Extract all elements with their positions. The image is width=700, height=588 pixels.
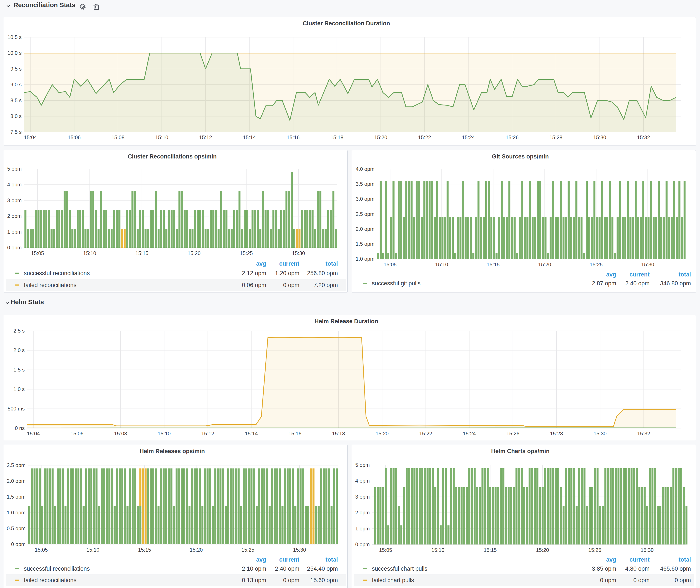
svg-text:2 opm: 2 opm [7, 213, 22, 219]
svg-text:15:30: 15:30 [293, 547, 306, 553]
svg-text:4 opm: 4 opm [7, 182, 22, 187]
svg-text:1.5 opm: 1.5 opm [7, 494, 26, 500]
svg-text:1.5 opm: 1.5 opm [356, 241, 374, 247]
svg-text:15:10: 15:10 [158, 431, 171, 436]
svg-text:15:04: 15:04 [27, 431, 40, 436]
svg-text:15:20: 15:20 [536, 547, 549, 553]
svg-text:15:20: 15:20 [190, 547, 203, 553]
svg-text:15:12: 15:12 [201, 431, 214, 436]
svg-text:0.5 opm: 0.5 opm [7, 525, 26, 531]
svg-text:2 opm: 2 opm [355, 510, 370, 515]
svg-text:15:30: 15:30 [593, 134, 606, 140]
svg-text:15:10: 15:10 [86, 547, 99, 553]
svg-text:1.0 s: 1.0 s [13, 386, 25, 392]
svg-text:2.0 opm: 2.0 opm [356, 226, 374, 232]
svg-text:0 ns: 0 ns [15, 425, 25, 431]
svg-text:15:32: 15:32 [637, 431, 650, 436]
svg-text:15:08: 15:08 [111, 134, 124, 140]
svg-text:15:12: 15:12 [199, 134, 212, 140]
svg-text:15:08: 15:08 [114, 431, 127, 436]
svg-text:15:05: 15:05 [384, 262, 397, 267]
svg-text:4 opm: 4 opm [355, 478, 370, 484]
svg-text:15:15: 15:15 [138, 547, 151, 553]
svg-text:9.0 s: 9.0 s [10, 82, 22, 87]
svg-text:15:04: 15:04 [24, 134, 37, 140]
svg-text:15:20: 15:20 [188, 250, 201, 256]
svg-text:15:30: 15:30 [594, 431, 606, 436]
svg-text:7.5 s: 7.5 s [10, 129, 22, 135]
svg-text:15:18: 15:18 [331, 134, 344, 140]
svg-text:8.5 s: 8.5 s [10, 97, 22, 103]
svg-text:15:05: 15:05 [35, 547, 48, 553]
svg-text:15:32: 15:32 [637, 134, 650, 140]
svg-text:15:15: 15:15 [135, 250, 148, 256]
svg-text:500 ms: 500 ms [8, 406, 25, 412]
svg-text:15:25: 15:25 [240, 250, 253, 256]
svg-text:15:06: 15:06 [71, 431, 84, 436]
svg-text:15:22: 15:22 [418, 134, 431, 140]
svg-text:1.0 opm: 1.0 opm [356, 256, 374, 262]
svg-text:15:30: 15:30 [292, 250, 305, 256]
svg-text:15:26: 15:26 [506, 431, 519, 436]
svg-text:15:25: 15:25 [590, 262, 603, 267]
svg-text:3.0 opm: 3.0 opm [356, 196, 374, 202]
svg-text:1.0 opm: 1.0 opm [7, 510, 26, 515]
svg-text:9.5 s: 9.5 s [10, 66, 22, 72]
svg-text:15:10: 15:10 [431, 547, 444, 553]
svg-text:15:16: 15:16 [287, 134, 300, 140]
svg-text:2.5 s: 2.5 s [13, 328, 25, 334]
svg-text:15:10: 15:10 [435, 262, 448, 267]
svg-text:15:15: 15:15 [484, 547, 497, 553]
svg-text:15:24: 15:24 [463, 431, 476, 436]
svg-text:15:10: 15:10 [83, 250, 96, 256]
svg-text:15:22: 15:22 [419, 431, 432, 436]
svg-text:15:10: 15:10 [155, 134, 168, 140]
svg-text:15:25: 15:25 [588, 547, 601, 553]
svg-text:10.5 s: 10.5 s [8, 34, 22, 40]
svg-text:3.5 opm: 3.5 opm [356, 181, 374, 187]
svg-text:15:16: 15:16 [289, 431, 302, 436]
svg-text:15:20: 15:20 [538, 262, 551, 267]
svg-text:15:14: 15:14 [245, 431, 258, 436]
svg-text:15:30: 15:30 [641, 547, 654, 553]
svg-text:0 opm: 0 opm [11, 541, 26, 547]
svg-text:1 opm: 1 opm [7, 229, 22, 235]
svg-text:1.5 s: 1.5 s [13, 367, 25, 373]
svg-text:5 opm: 5 opm [355, 462, 370, 468]
svg-text:2.0 opm: 2.0 opm [7, 478, 26, 484]
svg-text:15:20: 15:20 [374, 134, 387, 140]
svg-text:0 opm: 0 opm [355, 541, 370, 547]
svg-text:15:24: 15:24 [462, 134, 475, 140]
svg-text:3 opm: 3 opm [355, 494, 370, 500]
svg-text:15:15: 15:15 [487, 262, 500, 267]
svg-text:8.0 s: 8.0 s [10, 113, 22, 119]
svg-text:10.0 s: 10.0 s [8, 50, 22, 56]
svg-text:15:28: 15:28 [550, 431, 563, 436]
svg-text:15:06: 15:06 [68, 134, 81, 140]
svg-text:1 opm: 1 opm [355, 526, 370, 531]
svg-text:15:05: 15:05 [31, 250, 44, 256]
svg-text:15:26: 15:26 [506, 134, 519, 140]
svg-text:2.5 opm: 2.5 opm [356, 211, 374, 217]
svg-text:15:14: 15:14 [243, 134, 256, 140]
svg-text:2.0 s: 2.0 s [13, 347, 25, 353]
svg-text:15:18: 15:18 [332, 431, 345, 436]
svg-text:15:28: 15:28 [549, 134, 562, 140]
svg-text:15:30: 15:30 [641, 262, 654, 267]
svg-text:15:25: 15:25 [241, 547, 254, 553]
svg-text:15:05: 15:05 [379, 547, 392, 553]
svg-text:15:20: 15:20 [376, 431, 389, 436]
svg-text:5 opm: 5 opm [7, 166, 22, 172]
svg-text:0 opm: 0 opm [7, 245, 22, 250]
svg-text:3 opm: 3 opm [7, 197, 22, 203]
svg-text:4.0 opm: 4.0 opm [356, 166, 374, 172]
svg-text:2.5 opm: 2.5 opm [7, 462, 26, 468]
